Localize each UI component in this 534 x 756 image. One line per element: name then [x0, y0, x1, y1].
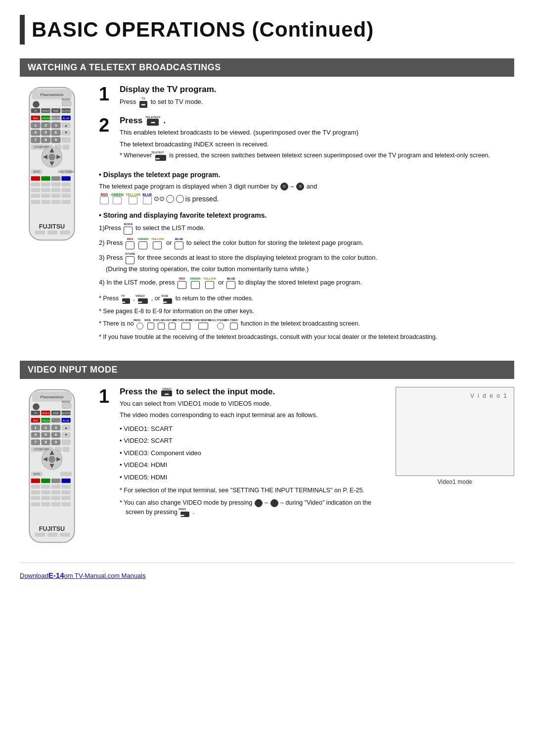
svg-text:6: 6 — [55, 432, 57, 437]
svg-rect-161 — [35, 532, 45, 536]
svg-rect-73 — [51, 194, 60, 198]
svg-text:RED: RED — [33, 419, 38, 422]
vol-up-btn — [166, 195, 174, 203]
svg-rect-163 — [60, 532, 70, 536]
svg-text:BLUE: BLUE — [63, 117, 70, 120]
svg-rect-62 — [61, 176, 70, 181]
svg-text:9: 9 — [55, 440, 57, 444]
video-step1: 1 Press the VIDEO ▬ to select the input … — [99, 387, 386, 520]
sub2-item2: 2) Press RED GREEN YELLOW or — [99, 237, 514, 249]
video-mode-2: • VIDEO2: SCART — [120, 436, 386, 446]
svg-text:RGB: RGB — [53, 411, 59, 414]
svg-rect-157 — [41, 502, 50, 506]
step2-number: 2 — [99, 116, 113, 135]
svg-text:DUAL STEREO: DUAL STEREO — [58, 171, 74, 173]
svg-rect-148 — [31, 490, 40, 494]
svg-rect-147 — [61, 484, 70, 488]
svg-rect-48 — [63, 144, 70, 149]
step2-desc1: This enables teletext broadcasts to be v… — [120, 128, 514, 138]
svg-rect-150 — [51, 490, 60, 494]
note2: See pages E-8 to E-9 for information on … — [99, 307, 514, 316]
svg-text:9: 9 — [55, 138, 57, 142]
svg-text:YELLOW: YELLOW — [50, 117, 61, 120]
svg-text:GREEN: GREEN — [41, 419, 50, 422]
note4: If you have trouble at the receiving of … — [99, 332, 514, 342]
svg-rect-154 — [51, 496, 60, 500]
remote-control-image-2: Plasmavision MODE TV VIDEO RGB TELETEXT … — [20, 387, 89, 547]
svg-rect-65 — [51, 183, 60, 187]
svg-rect-153 — [41, 496, 50, 500]
page-title: BASIC OPERATIONS (Continued) — [32, 18, 374, 42]
remote-svg: Plasmavision MODE TV VIDEO RGB TELETEXT … — [20, 85, 84, 243]
footer-link[interactable]: DownloadE-14om TV-Manual.com Manuals — [20, 571, 146, 579]
svg-text:TV: TV — [34, 411, 38, 414]
svg-text:TELETEXT: TELETEXT — [60, 412, 72, 414]
svg-text:BLUE: BLUE — [63, 419, 70, 422]
svg-text:8: 8 — [44, 138, 47, 142]
svg-rect-141 — [41, 478, 50, 483]
video-mode-1: • VIDEO1: SCART — [120, 424, 386, 434]
svg-rect-63 — [31, 183, 40, 187]
video-mode-body: Plasmavision MODE TV VIDEO RGB TELETEXT … — [20, 387, 514, 547]
video-step1-content: Press the VIDEO ▬ to select the input mo… — [120, 387, 386, 520]
svg-rect-142 — [51, 478, 60, 483]
svg-text:TELETEXT: TELETEXT — [60, 110, 72, 112]
step2-desc2: The teletext broadcasting INDEX screen i… — [120, 140, 514, 149]
svg-rect-101 — [51, 418, 60, 422]
svg-text:1: 1 — [35, 425, 37, 429]
svg-text:VIDEO: VIDEO — [42, 109, 49, 112]
teletext-content: 1 Display the TV program. Press TV ▬ to … — [99, 85, 514, 345]
svg-rect-146 — [51, 484, 60, 488]
step2-note1: Whenever TELETEXT ▬ is pressed, the scre… — [120, 151, 514, 161]
step2-title: Press TELETEXT ▬ . — [120, 116, 514, 126]
teletext-button: TELETEXT ▬ — [145, 116, 161, 126]
svg-text:Plasmavision: Plasmavision — [40, 93, 63, 97]
video-note2: You can also change VIDEO mode by pressi… — [120, 498, 386, 517]
svg-text:GREEN: GREEN — [41, 117, 50, 120]
svg-rect-59 — [31, 176, 40, 181]
svg-text:5: 5 — [44, 130, 47, 135]
sub1-desc: The teletext page program is displayed w… — [99, 182, 514, 191]
title-accent-bar — [20, 15, 25, 45]
svg-text:4: 4 — [35, 130, 37, 135]
svg-rect-151 — [61, 490, 70, 494]
svg-text:MUTE: MUTE — [34, 473, 40, 475]
teletext-section: WATCHING A TELETEXT BROADCASTINGS Plasma… — [20, 58, 514, 345]
svg-rect-149 — [41, 490, 50, 494]
yellow-btn-sub1: YELLOW — [126, 193, 140, 204]
video-mode-3: • VIDEO3: Component video — [120, 448, 386, 458]
video-btn-note: VIDEO ▬ — [137, 294, 149, 304]
svg-text:5: 5 — [44, 432, 47, 437]
teletext-sub1: • Displays the teletext page program. Th… — [99, 171, 514, 205]
step1-desc: Press TV ▬ to set to TV mode. — [120, 96, 514, 108]
yellow-btn-sub2: YELLOW — [151, 237, 164, 249]
svg-text:7: 7 — [35, 440, 37, 444]
svg-rect-145 — [41, 484, 50, 488]
blue-btn-sub2: BLUE — [174, 237, 184, 249]
svg-rect-130 — [63, 447, 70, 452]
rgb-btn-note: RGB ▬ — [162, 294, 173, 304]
green-btn-sub1: GREEN — [111, 193, 124, 204]
video-mode-left: Plasmavision MODE TV VIDEO RGB TELETEXT … — [20, 387, 386, 547]
video-input-btn: VIDEO ▬ — [160, 387, 173, 396]
svg-rect-162 — [47, 532, 58, 536]
svg-rect-70 — [61, 188, 70, 192]
svg-text:MODE: MODE — [62, 400, 70, 403]
svg-text:7: 7 — [35, 138, 37, 142]
green-btn-sub2: GREEN — [138, 237, 148, 249]
footer: DownloadE-14om TV-Manual.com Manuals — [20, 563, 514, 579]
sub2-item1: 1)Press MODE to select the LIST mode. — [99, 222, 514, 235]
svg-text:▼: ▼ — [64, 433, 68, 436]
svg-rect-143 — [61, 478, 70, 483]
video-note1: For selection of the input terminal, see… — [120, 486, 386, 495]
svg-text:Plasmavision: Plasmavision — [40, 394, 63, 399]
note1: Press TV ▬ , VIDEO ▬ , or RGB ▬ — [99, 294, 514, 304]
svg-rect-44 — [61, 137, 70, 142]
svg-rect-78 — [61, 200, 70, 204]
video-mode-content: 1 Press the VIDEO ▬ to select the input … — [99, 387, 386, 547]
sub1-btn-row: RED GREEN YELLOW BLUE ⊙⊙ — [99, 193, 514, 204]
video-screen-label: V i d e o 1 — [470, 392, 508, 399]
video-mode-5: • VIDEO5: HDMI — [120, 472, 386, 482]
vol-dn-btn — [176, 195, 184, 203]
svg-rect-72 — [41, 194, 50, 198]
